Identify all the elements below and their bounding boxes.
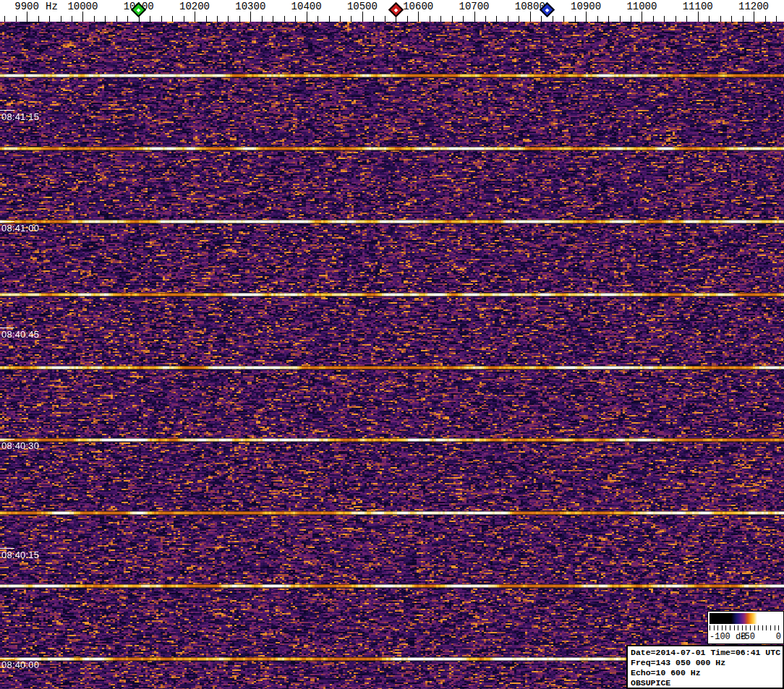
time-tick: [0, 328, 14, 328]
freq-tick: [239, 16, 240, 22]
freq-tick: [631, 16, 631, 22]
freq-tick: [586, 12, 587, 22]
freq-tick: [195, 12, 195, 22]
colorbar-legend: -100 dB -50 0: [707, 611, 784, 644]
freq-tick-label: 10700: [451, 1, 498, 12]
colorbar-label-max: 0: [776, 632, 781, 642]
freq-tick: [49, 16, 50, 22]
freq-tick: [530, 12, 531, 22]
freq-tick: [642, 12, 642, 22]
colorbar-labels: -100 dB -50 0: [710, 632, 782, 643]
freq-tick: [250, 12, 251, 22]
freq-tick: [686, 16, 687, 22]
freq-tick: [485, 16, 486, 22]
freq-tick: [72, 16, 72, 22]
time-tick: [0, 221, 14, 222]
freq-tick: [116, 16, 117, 22]
freq-tick: [575, 16, 576, 22]
time-tick: [0, 110, 14, 111]
info-box: Date=2014-07-01 Time=06:41 UTC Freq=143 …: [626, 645, 784, 689]
freq-tick: [217, 16, 218, 22]
freq-tick: [206, 16, 207, 22]
info-line-station: OBSUPICE: [631, 678, 783, 688]
freq-tick: [351, 16, 351, 22]
freq-tick: [418, 12, 419, 22]
freq-tick: [105, 16, 106, 22]
time-label: 08:40:15: [1, 549, 39, 560]
freq-tick: [754, 12, 754, 22]
freq-tick: [228, 16, 229, 22]
freq-tick: [94, 16, 95, 22]
freq-tick: [776, 16, 777, 22]
freq-tick: [440, 16, 441, 22]
freq-tick: [597, 16, 598, 22]
freq-tick-label: 11200: [730, 1, 777, 12]
freq-tick: [4, 16, 5, 22]
freq-tick: [463, 16, 464, 22]
freq-tick: [709, 16, 710, 22]
spectrogram-screen: Hz 9900100001010010200103001040010500106…: [0, 0, 784, 689]
freq-tick: [295, 16, 296, 22]
frequency-axis: Hz 9900100001010010200103001040010500106…: [0, 0, 784, 22]
freq-tick-label: 11000: [618, 1, 665, 12]
freq-tick: [27, 12, 27, 22]
freq-tick-label: 10400: [284, 1, 330, 12]
colorbar-ticks: [710, 625, 782, 630]
freq-tick: [653, 16, 654, 22]
freq-tick: [284, 16, 285, 22]
time-label: 08:41:15: [1, 111, 39, 122]
freq-tick: [329, 16, 330, 22]
freq-tick: [16, 16, 17, 22]
freq-tick: [731, 16, 732, 22]
freq-tick: [318, 16, 318, 22]
freq-tick: [82, 12, 83, 22]
freq-tick: [184, 16, 184, 22]
freq-tick-label: 10200: [171, 1, 218, 12]
freq-tick: [262, 16, 263, 22]
time-tick: [0, 548, 14, 549]
freq-tick: [61, 16, 61, 22]
colorbar-label-mid: -50: [739, 632, 755, 642]
freq-tick-label: 10500: [339, 1, 385, 12]
time-label: 08:40:45: [1, 329, 39, 340]
freq-tick-label: 9900: [4, 1, 50, 12]
freq-tick-label: 10300: [227, 1, 273, 12]
time-tick: [0, 439, 14, 440]
waterfall-canvas: [0, 22, 784, 689]
freq-tick: [172, 16, 173, 22]
freq-tick: [743, 16, 743, 22]
info-line-freq: Freq=143 050 000 Hz: [631, 658, 783, 668]
freq-tick: [519, 16, 519, 22]
freq-tick: [385, 16, 385, 22]
freq-tick: [127, 16, 128, 22]
freq-tick: [474, 12, 475, 22]
freq-tick: [765, 16, 766, 22]
freq-tick: [676, 16, 676, 22]
freq-tick: [553, 16, 553, 22]
freq-tick: [38, 16, 39, 22]
freq-tick: [362, 12, 363, 22]
freq-tick: [496, 16, 497, 22]
freq-tick: [508, 16, 508, 22]
time-label: 08:41:00: [1, 223, 39, 234]
time-label: 08:40:00: [1, 659, 39, 670]
freq-tick: [698, 12, 699, 22]
freq-tick: [307, 12, 307, 22]
freq-tick: [150, 16, 150, 22]
freq-tick: [373, 16, 374, 22]
freq-tick: [452, 16, 453, 22]
freq-tick: [407, 16, 408, 22]
freq-tick: [608, 16, 609, 22]
freq-tick: [541, 16, 542, 22]
freq-tick: [273, 16, 273, 22]
info-line-date: Date=2014-07-01 Time=06:41 UTC: [631, 648, 783, 658]
info-line-echo: Echo=10 600 Hz: [631, 668, 783, 678]
time-label: 08:40:30: [1, 440, 39, 451]
colorbar-gradient: [710, 613, 782, 624]
freq-tick-label: 10000: [59, 1, 106, 12]
freq-tick: [161, 16, 162, 22]
freq-tick: [620, 16, 621, 22]
freq-tick: [430, 16, 430, 22]
time-tick: [0, 658, 14, 659]
freq-tick: [563, 16, 564, 22]
